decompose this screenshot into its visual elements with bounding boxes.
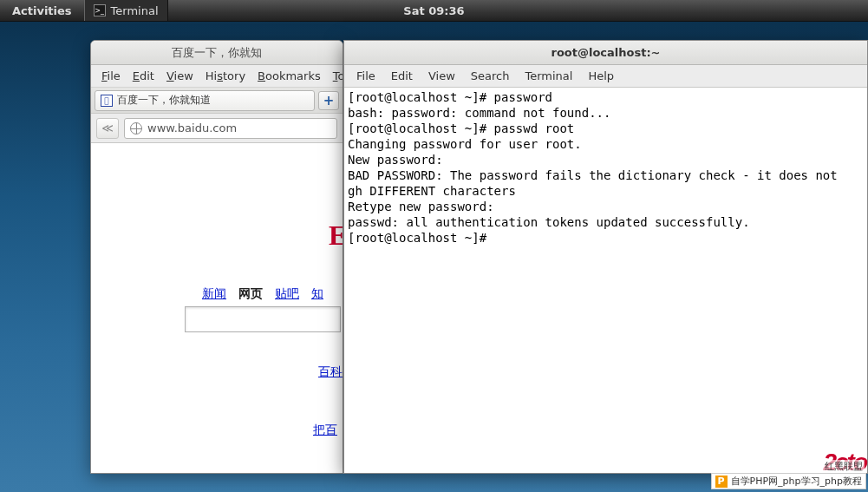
activities-button[interactable]: Activities (0, 4, 84, 17)
term-menu-file[interactable]: File (349, 68, 382, 84)
menu-history[interactable]: History (200, 68, 251, 84)
nav-web[interactable]: 网页 (238, 286, 263, 302)
terminal-icon: >_ (94, 4, 106, 16)
menu-file[interactable]: FFileile (96, 68, 126, 84)
term-menu-help[interactable]: Help (581, 68, 621, 84)
menu-bookmarks[interactable]: Bookmarks (252, 68, 326, 84)
php-icon: P (715, 476, 728, 488)
watermark-sub: 红黑联盟 (823, 460, 865, 473)
new-tab-button[interactable]: + (318, 91, 339, 110)
back-button[interactable]: ≪ (96, 118, 119, 139)
menu-tools[interactable]: To (328, 68, 343, 84)
watermark-footer: P 自学PHP网_php学习_php教程 (711, 473, 866, 489)
menu-view[interactable]: View (161, 68, 199, 84)
browser-tabbar: 󰄛 百度一下，你就知道 + (91, 88, 343, 114)
browser-titlebar[interactable]: 百度一下，你就知 (91, 41, 343, 65)
taskbar-terminal[interactable]: >_ Terminal (84, 0, 168, 21)
browser-tab-label: 百度一下，你就知道 (117, 93, 211, 108)
nav-news[interactable]: 新闻 (202, 286, 226, 302)
terminal-menubar: File Edit View Search Terminal Help (344, 65, 867, 88)
terminal-window: root@localhost:~ File Edit View Search T… (343, 40, 868, 474)
term-menu-terminal[interactable]: Terminal (518, 68, 579, 84)
browser-page: E 新闻 网页 贴吧 知 百科 把百 (91, 143, 343, 473)
nav-tieba[interactable]: 贴吧 (275, 286, 299, 302)
nav-more[interactable]: 把百 (313, 423, 337, 438)
term-menu-edit[interactable]: Edit (384, 68, 420, 84)
nav-baike[interactable]: 百科 (318, 364, 343, 380)
url-bar[interactable]: www.baidu.com (124, 118, 337, 139)
menu-edit[interactable]: Edit (127, 68, 160, 84)
browser-menubar: FFileile Edit View History Bookmarks To (91, 65, 343, 88)
watermark-footer-text: 自学PHP网_php学习_php教程 (731, 475, 862, 488)
globe-icon (130, 122, 142, 134)
nav-zhi[interactable]: 知 (311, 286, 323, 302)
term-menu-search[interactable]: Search (464, 68, 517, 84)
term-menu-view[interactable]: View (421, 68, 462, 84)
baidu-search-input[interactable] (185, 306, 341, 332)
url-text: www.baidu.com (147, 121, 237, 134)
terminal-titlebar[interactable]: root@localhost:~ (344, 41, 867, 65)
browser-window: 百度一下，你就知 FFileile Edit View History Book… (90, 40, 343, 474)
browser-toolbar: ≪ www.baidu.com (91, 114, 343, 143)
browser-tab-baidu[interactable]: 󰄛 百度一下，你就知道 (95, 90, 315, 111)
panel-clock[interactable]: Sat 09:36 (403, 4, 464, 17)
terminal-body[interactable]: [root@localhost ~]# password bash: passw… (344, 88, 867, 473)
baidu-nav: 新闻 网页 贴吧 知 (202, 286, 323, 302)
baidu-favicon-icon: 󰄛 (101, 95, 113, 107)
baidu-logo-fragment: E (329, 220, 343, 252)
taskbar-terminal-label: Terminal (111, 4, 159, 17)
top-panel: Activities >_ Terminal Sat 09:36 (0, 0, 868, 22)
